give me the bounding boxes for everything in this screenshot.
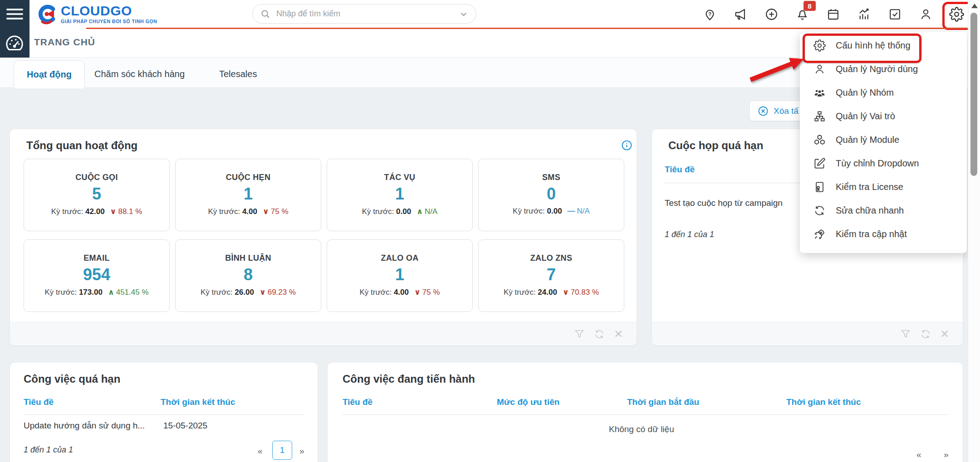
column-header-thoi-gian-bat-dau[interactable]: Thời gian bắt đầu [627, 397, 699, 407]
menu-item-quan-ly-vai-tro[interactable]: Quản lý Vai trò [800, 104, 967, 128]
menu-item-cau-hinh-he-thong[interactable]: Cấu hình hệ thống [800, 34, 967, 57]
stat-change: 451.45 % [116, 288, 149, 297]
stat-card-tac-vu: TÁC VỤ 1 Kỳ trước: 0.00∧N/A [327, 159, 473, 231]
global-search[interactable] [252, 4, 476, 24]
stat-change: N/A [577, 207, 590, 215]
menu-item-label: Kiểm tra License [836, 182, 903, 192]
pagination-prev[interactable]: « [916, 450, 921, 460]
dashboard-gauge-icon[interactable] [4, 33, 25, 54]
menu-item-label: Tùy chỉnh Dropdown [836, 158, 919, 169]
analytics-icon[interactable] [856, 6, 872, 22]
stat-change: N/A [425, 207, 437, 216]
pagination-next[interactable]: » [299, 446, 304, 456]
stat-prev-label: Kỳ trước: [51, 207, 83, 216]
bell-icon[interactable]: 8 [794, 6, 810, 22]
stat-prev-label: Kỳ trước: [504, 288, 536, 297]
filter-icon[interactable] [900, 329, 911, 340]
menu-item-sua-chua-nhanh[interactable]: Sửa chữa nhanh [800, 199, 967, 222]
column-header-muc-do-uu-tien[interactable]: Mức độ ưu tiên [497, 397, 559, 407]
stat-prev-value: 173.00 [79, 288, 103, 297]
info-icon[interactable] [621, 139, 633, 151]
meetings-pagination-note: 1 đến 1 của 1 [665, 230, 714, 239]
stat-prev-value: 26.00 [235, 288, 254, 297]
pagination-next[interactable]: » [944, 450, 949, 460]
menu-item-label: Cấu hình hệ thống [836, 40, 911, 51]
settings-dropdown-menu: Cấu hình hệ thống Quản lý Người dùng Quả… [800, 32, 967, 253]
scrollbar-thumb[interactable] [970, 13, 977, 176]
column-header-thoi-gian-ket-thuc[interactable]: Thời gian kết thúc [161, 397, 235, 407]
column-header-tieu-de[interactable]: Tiêu đề [343, 397, 372, 407]
stat-prev-value: 4.00 [394, 288, 409, 297]
refresh-icon[interactable] [920, 329, 931, 340]
stat-label: ZALO ZNS [479, 253, 624, 263]
stat-prev-label: Kỳ trước: [208, 207, 240, 216]
menu-item-quan-ly-module[interactable]: Quản lý Module [800, 128, 967, 151]
stat-label: ZALO OA [327, 253, 472, 263]
menu-item-kiem-tra-cap-nhat[interactable]: Kiểm tra cập nhật [800, 222, 967, 246]
menu-item-tuy-chinh-dropdown[interactable]: Tùy chỉnh Dropdown [800, 151, 967, 175]
license-icon [813, 181, 826, 193]
search-input[interactable] [275, 9, 459, 19]
tab-telesales[interactable]: Telesales [206, 60, 270, 88]
column-header-tieu-de[interactable]: Tiêu đề [665, 165, 695, 175]
brand-tagline: GIẢI PHÁP CHUYỂN ĐỔI SỐ TINH GỌN [61, 19, 157, 24]
stat-value: 5 [24, 185, 169, 203]
hamburger-menu-icon[interactable] [6, 6, 23, 22]
close-icon[interactable]: ✕ [940, 329, 949, 340]
stat-prev-value: 24.00 [538, 288, 557, 297]
clear-filters-label: Xóa tấ [774, 106, 799, 116]
stat-card-zalo-oa: ZALO OA 1 Kỳ trước: 4.00∨75 % [327, 239, 473, 312]
task-title-cell: Update hướng dẫn sử dụng h... [24, 421, 145, 431]
column-header-thoi-gian-ket-thuc[interactable]: Thời gian kết thúc [786, 397, 861, 407]
scrollbar-up-arrow[interactable] [971, 4, 978, 8]
plus-circle-icon[interactable] [764, 6, 779, 22]
tab-cham-soc-khach-hang[interactable]: Chăm sóc khách hàng [82, 60, 197, 88]
refresh-icon [813, 204, 826, 217]
gear-icon[interactable] [949, 6, 964, 22]
inprogress-tasks-title: Công việc đang tiến hành [343, 373, 475, 385]
stat-card-cuoc-hen: CUỘC HẸN 1 Kỳ trước: 4.00∨75 % [175, 159, 321, 231]
check-square-icon[interactable] [887, 6, 902, 22]
filter-icon[interactable] [574, 329, 585, 340]
stat-change: 75 % [422, 288, 440, 297]
menu-item-label: Quản lý Nhóm [836, 88, 894, 98]
x-circle-icon [757, 105, 769, 117]
location-help-icon[interactable] [702, 6, 717, 22]
topbar: CLOUDGO GIẢI PHÁP CHUYỂN ĐỔI SỐ TINH GỌN… [0, 0, 980, 28]
menu-item-kiem-tra-license[interactable]: Kiểm tra License [800, 175, 967, 199]
stat-prev-label: Kỳ trước: [513, 207, 545, 215]
calendar-icon[interactable] [825, 6, 841, 22]
overview-panel-title: Tổng quan hoạt động [26, 139, 137, 152]
stat-label: SMS [479, 173, 624, 182]
meeting-row[interactable]: Test tạo cuộc họp từ campaign [665, 198, 783, 208]
stat-value: 7 [479, 266, 624, 284]
close-icon[interactable]: ✕ [614, 329, 623, 340]
trend-up: ∧N/A [416, 207, 437, 216]
stat-card-sms: SMS 0 Kỳ trước: 0.00—N/A [478, 159, 624, 231]
user-icon[interactable] [918, 6, 933, 22]
trend-down: ∨88.1 % [110, 207, 142, 216]
topbar-icons: 8 [702, 0, 964, 28]
megaphone-icon[interactable] [733, 6, 748, 22]
menu-item-quan-ly-nguoi-dung[interactable]: Quản lý Người dùng [800, 57, 967, 81]
brand-logo[interactable]: CLOUDGO GIẢI PHÁP CHUYỂN ĐỔI SỐ TINH GỌN [35, 3, 157, 25]
stat-prev-label: Kỳ trước: [44, 288, 77, 297]
stat-label: CUỘC GỌI [24, 173, 169, 182]
stat-prev-value: 0.00 [547, 207, 562, 215]
pagination-prev[interactable]: « [258, 446, 263, 456]
menu-item-label: Sửa chữa nhanh [836, 205, 904, 216]
menu-item-quan-ly-nhom[interactable]: Quản lý Nhóm [800, 81, 967, 104]
column-header-tieu-de[interactable]: Tiêu đề [24, 397, 54, 407]
stat-value: 0 [479, 185, 624, 203]
tab-hoat-dong[interactable]: Hoạt động [14, 60, 85, 88]
stat-change: 70.83 % [571, 288, 599, 297]
inprogress-tasks-panel: Công việc đang tiến hành Tiêu đề Mức độ … [328, 363, 963, 462]
stat-value: 8 [176, 266, 321, 284]
pagination-page-1[interactable]: 1 [272, 441, 292, 460]
refresh-icon[interactable] [594, 329, 605, 340]
empty-data-text: Không có dữ liệu [609, 424, 674, 434]
search-chevron-down-icon[interactable] [459, 9, 469, 19]
stat-card-zalo-zns: ZALO ZNS 7 Kỳ trước: 24.00∨70.83 % [478, 239, 624, 312]
stat-prev-label: Kỳ trước: [359, 288, 392, 297]
menu-item-label: Quản lý Vai trò [836, 111, 895, 122]
